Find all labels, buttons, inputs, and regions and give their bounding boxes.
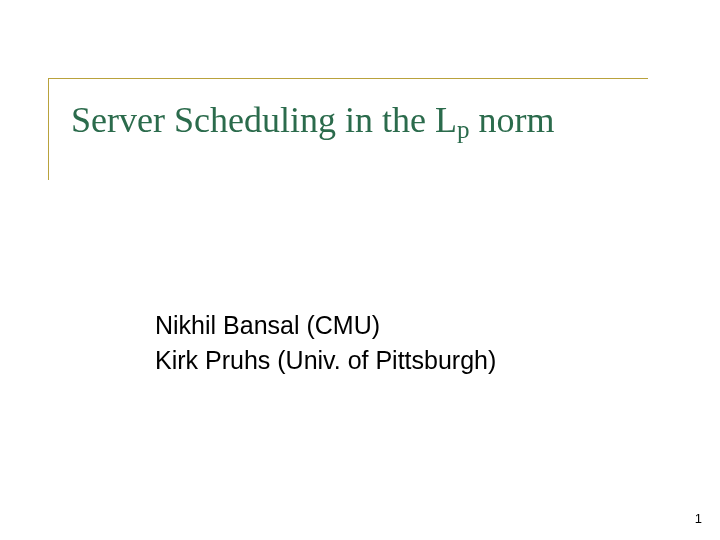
page-number: 1	[695, 511, 702, 526]
title-post: norm	[469, 100, 554, 140]
slide-title: Server Scheduling in the Lp norm	[71, 99, 648, 142]
author-line-1: Nikhil Bansal (CMU)	[155, 308, 496, 343]
authors-block: Nikhil Bansal (CMU) Kirk Pruhs (Univ. of…	[155, 308, 496, 377]
title-pre: Server Scheduling in the L	[71, 100, 457, 140]
title-container: Server Scheduling in the Lp norm	[48, 78, 648, 180]
title-subscript: p	[457, 116, 470, 143]
author-line-2: Kirk Pruhs (Univ. of Pittsburgh)	[155, 343, 496, 378]
